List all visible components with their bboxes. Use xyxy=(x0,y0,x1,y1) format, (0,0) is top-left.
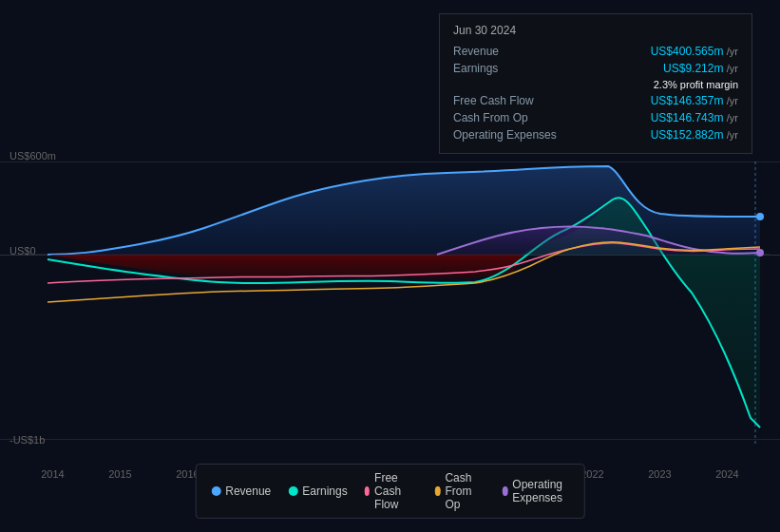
legend-label-earnings: Earnings xyxy=(302,484,347,498)
tooltip-label-revenue: Revenue xyxy=(453,45,558,58)
tooltip-label-opex: Operating Expenses xyxy=(453,128,558,142)
legend-label-fcf: Free Cash Flow xyxy=(374,471,418,511)
tooltip-label-cashfromop: Cash From Op xyxy=(453,111,558,124)
tooltip-value-fcf: US$146.357m /yr xyxy=(651,94,738,107)
tooltip-value-opex: US$152.882m /yr xyxy=(651,128,738,142)
legend-dot-fcf xyxy=(365,486,370,496)
tooltip-row-fcf: Free Cash Flow US$146.357m /yr xyxy=(453,92,738,109)
tooltip-row-earnings: Earnings US$9.212m /yr xyxy=(453,60,738,77)
tooltip-row-cashfromop: Cash From Op US$146.743m /yr xyxy=(453,109,738,126)
tooltip-date: Jun 30 2024 xyxy=(453,24,738,37)
tooltip-panel: Jun 30 2024 Revenue US$400.565m /yr Earn… xyxy=(439,13,752,154)
tooltip-row-revenue: Revenue US$400.565m /yr xyxy=(453,43,738,60)
legend-item-revenue[interactable]: Revenue xyxy=(211,484,271,498)
legend-label-opex: Operating Expenses xyxy=(512,478,568,504)
legend-dot-revenue xyxy=(211,486,220,496)
legend-item-opex[interactable]: Operating Expenses xyxy=(503,478,569,504)
tooltip-row-opex: Operating Expenses US$152.882m /yr xyxy=(453,126,738,143)
x-label-2014: 2014 xyxy=(41,468,64,480)
legend-dot-opex xyxy=(503,486,507,496)
legend-label-revenue: Revenue xyxy=(225,484,271,498)
legend-dot-cashfromop xyxy=(435,486,440,496)
svg-point-3 xyxy=(756,249,764,256)
svg-point-2 xyxy=(756,213,764,220)
x-label-2023: 2023 xyxy=(648,468,671,480)
tooltip-value-earnings: US$9.212m /yr xyxy=(663,62,738,75)
legend: Revenue Earnings Free Cash Flow Cash Fro… xyxy=(195,464,585,519)
legend-dot-earnings xyxy=(288,486,297,496)
tooltip-label-earnings: Earnings xyxy=(453,62,558,75)
tooltip-row-margin: 2.3% profit margin xyxy=(453,77,738,92)
x-label-2024: 2024 xyxy=(715,468,738,480)
legend-item-earnings[interactable]: Earnings xyxy=(288,484,347,498)
legend-item-fcf[interactable]: Free Cash Flow xyxy=(365,471,418,511)
tooltip-value-revenue: US$400.565m /yr xyxy=(651,45,738,58)
legend-item-cashfromop[interactable]: Cash From Op xyxy=(435,471,485,511)
tooltip-value-cashfromop: US$146.743m /yr xyxy=(651,111,738,124)
tooltip-label-fcf: Free Cash Flow xyxy=(453,94,558,107)
tooltip-value-margin: 2.3% profit margin xyxy=(654,79,738,90)
x-label-2015: 2015 xyxy=(108,468,131,480)
legend-label-cashfromop: Cash From Op xyxy=(445,471,485,511)
